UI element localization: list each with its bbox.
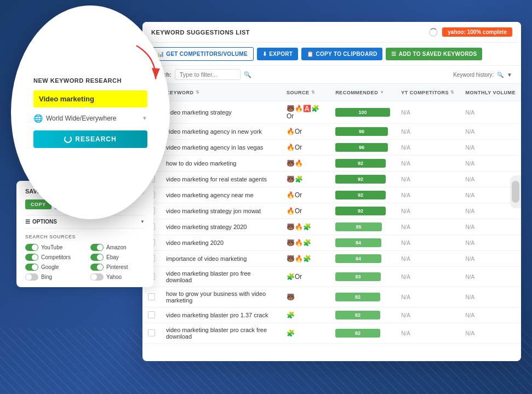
- score-bar: 85: [335, 222, 382, 231]
- score-cell: 82: [330, 307, 396, 323]
- keyword-cell: video marketing strategy jon mowat: [161, 203, 281, 219]
- monthly-volume-cell: N/A: [460, 287, 521, 307]
- add-saved-button[interactable]: ☰ ADD TO SAVED KEYWORDS: [386, 48, 482, 60]
- options-chevron[interactable]: ▼: [140, 219, 145, 224]
- yt-value: N/A: [401, 161, 410, 167]
- source-item-bing: Bing: [25, 273, 79, 281]
- score-bar: 92: [335, 207, 386, 215]
- score-cell: 84: [330, 235, 396, 251]
- toggle-amazon[interactable]: [90, 244, 104, 251]
- score-bar-container: 92: [335, 159, 390, 168]
- header-right: yahoo: 100% complete: [429, 27, 512, 37]
- source-sort-icon: ⇅: [311, 90, 316, 95]
- yt-competitors-col-header[interactable]: YT COMPETITORS ⇅: [396, 84, 460, 101]
- keyword-cell: video marketing blaster pro crack free d…: [161, 323, 281, 344]
- monthly-volume-col-header[interactable]: MONTHLY VOLUME: [460, 84, 521, 101]
- monthly-volume-cell: N/A: [460, 124, 521, 140]
- toggle-google[interactable]: [25, 264, 38, 271]
- yt-competitors-cell: N/A: [396, 251, 460, 267]
- table-container[interactable]: KEYWORD ⇅ SOURCE ⇅ RECOM: [142, 84, 521, 361]
- yt-value: N/A: [401, 110, 410, 116]
- score-bar-container: 84: [335, 254, 390, 263]
- scrollbar[interactable]: [510, 175, 521, 208]
- toggle-pinterest[interactable]: [90, 264, 104, 271]
- search-icon: 🔍: [244, 71, 251, 78]
- row-checkbox-cell[interactable]: [142, 323, 161, 344]
- research-button[interactable]: RESEARCH: [33, 130, 147, 148]
- table-row: video marketing blaster pro free downloa…: [142, 267, 521, 287]
- options-label[interactable]: ☰ OPTIONS: [25, 219, 57, 225]
- flag-icon: 🌐: [33, 114, 43, 123]
- monthly-volume-cell: N/A: [460, 267, 521, 287]
- history-chevron[interactable]: ▼: [507, 72, 512, 78]
- row-checkbox-cell[interactable]: [142, 307, 161, 323]
- row-checkbox-cell[interactable]: [142, 287, 161, 307]
- keyword-cell: video marketing blaster pro free downloa…: [161, 267, 281, 287]
- source-col-header[interactable]: SOURCE ⇅: [281, 84, 330, 101]
- toggle-ebay[interactable]: [90, 254, 104, 261]
- history-row: Keyword history: 🔍 ▼: [453, 72, 512, 78]
- recommended-col-header[interactable]: RECOMMENDED ▼: [330, 84, 396, 101]
- table-row: video marketing 2020 🐻🔥🧩 84 N/A N/A: [142, 235, 521, 251]
- score-bar: 96: [335, 143, 388, 152]
- toggle-competitors[interactable]: [25, 254, 38, 261]
- search-input[interactable]: [175, 69, 241, 80]
- source-cell: 🧩: [281, 323, 330, 344]
- source-icons: 🐻🧩: [287, 175, 324, 183]
- yt-competitors-cell: N/A: [396, 156, 460, 172]
- row-checkbox[interactable]: [148, 329, 155, 336]
- monthly-volume-cell: N/A: [460, 307, 521, 323]
- source-item-yahoo: Yahoo: [90, 273, 145, 281]
- toggle-youtube[interactable]: [25, 244, 38, 251]
- source-icons: 🐻: [287, 293, 324, 301]
- source-label-ebay: Ebay: [106, 254, 119, 260]
- export-button[interactable]: ⬇ EXPORT: [257, 48, 298, 60]
- arrow-container: [126, 44, 170, 90]
- source-label-pinterest: Pinterest: [106, 264, 128, 270]
- score-bar-container: 96: [335, 143, 390, 152]
- yt-competitors-cell: N/A: [396, 187, 460, 203]
- left-panel-wrapper: NEW KEYWORD RESEARCH 🌐 World Wide/Everyw…: [16, 11, 170, 219]
- score-cell: 92: [330, 156, 396, 172]
- clipboard-icon: 📋: [307, 51, 313, 57]
- score-cell: 84: [330, 251, 396, 267]
- source-label-bing: Bing: [41, 274, 52, 280]
- score-bar-container: 82: [335, 311, 390, 319]
- yt-value: N/A: [401, 312, 410, 318]
- yt-value: N/A: [401, 176, 410, 182]
- keyword-cell: video marketing blaster pro 1.37 crack: [161, 307, 281, 323]
- scrollbar-handle[interactable]: [512, 181, 519, 203]
- row-checkbox[interactable]: [148, 293, 155, 300]
- source-icons: 🧩: [287, 329, 324, 337]
- keywords-table: KEYWORD ⇅ SOURCE ⇅ RECOM: [142, 84, 521, 344]
- source-item-google: Google: [25, 264, 79, 271]
- yt-competitors-cell: N/A: [396, 307, 460, 323]
- source-icons: 🔥Or: [287, 191, 324, 199]
- source-item-pinterest: Pinterest: [90, 264, 145, 271]
- keyword-cell: video marketing strategy 2020: [161, 219, 281, 235]
- toggle-bing[interactable]: [25, 273, 38, 281]
- source-icons: 🔥Or: [287, 207, 324, 215]
- yt-competitors-cell: N/A: [396, 203, 460, 219]
- row-checkbox[interactable]: [148, 311, 155, 318]
- volume-value: N/A: [465, 240, 474, 246]
- history-search-icon: 🔍: [497, 72, 504, 78]
- volume-value: N/A: [465, 192, 474, 198]
- monthly-volume-cell: N/A: [460, 235, 521, 251]
- location-text: World Wide/Everywhere: [46, 115, 116, 122]
- table-row: video marketing strategy jon mowat 🔥Or 9…: [142, 203, 521, 219]
- keyword-col-header[interactable]: KEYWORD ⇅: [161, 84, 281, 101]
- toggle-yahoo[interactable]: [90, 273, 104, 281]
- recommended-sort-icon: ▼: [380, 90, 384, 95]
- monthly-volume-cell: N/A: [460, 140, 521, 156]
- clipboard-button[interactable]: 📋 COPY TO CLIPBOARD: [301, 48, 382, 60]
- volume-value: N/A: [465, 129, 474, 135]
- score-bar: 92: [335, 159, 386, 168]
- keyword-input[interactable]: [33, 90, 147, 107]
- score-bar: 92: [335, 175, 386, 184]
- score-bar: 96: [335, 127, 388, 136]
- source-icons: 🔥Or: [287, 144, 324, 151]
- table-row: video marketing agency near me 🔥Or 92 N/…: [142, 187, 521, 203]
- options-icon: ☰: [25, 219, 30, 225]
- yt-value: N/A: [401, 274, 410, 280]
